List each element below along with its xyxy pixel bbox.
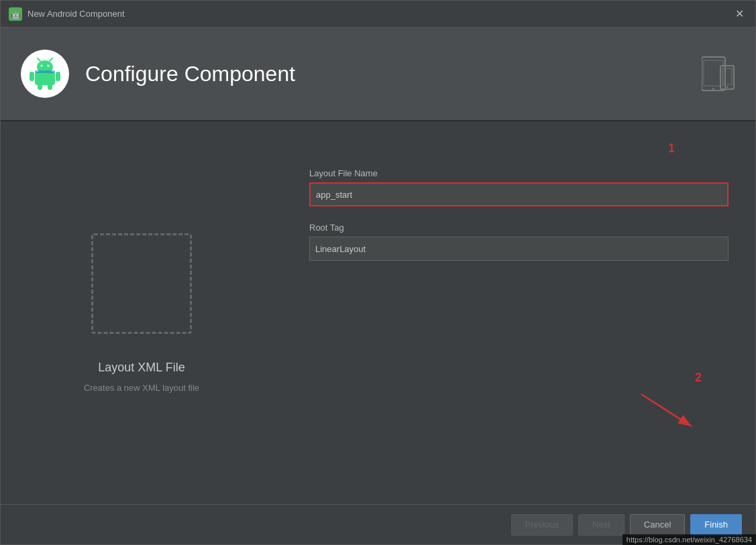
content: Layout XML File Creates a new XML layout…	[1, 121, 755, 504]
svg-line-7	[50, 58, 52, 61]
device-icons	[702, 54, 735, 94]
annotation-2: 2	[635, 371, 702, 385]
layout-file-name-label: Layout File Name	[309, 168, 728, 178]
android-studio-icon: 🤖	[9, 7, 22, 21]
svg-point-15	[712, 88, 715, 90]
annotation-1: 1	[668, 141, 675, 156]
svg-point-5	[48, 65, 50, 67]
svg-point-18	[726, 86, 728, 88]
previous-button[interactable]: Previous	[511, 514, 574, 536]
preview-description: Creates a new XML layout file	[84, 383, 199, 393]
left-panel: Layout XML File Creates a new XML layout…	[1, 121, 282, 504]
cancel-button[interactable]: Cancel	[630, 514, 685, 536]
android-logo	[21, 50, 69, 98]
root-tag-group: Root Tag	[309, 223, 728, 261]
svg-line-20	[641, 394, 692, 426]
title-bar: 🤖 New Android Component ✕	[1, 1, 755, 27]
close-button[interactable]: ✕	[731, 6, 747, 22]
root-tag-label: Root Tag	[309, 223, 728, 233]
svg-rect-12	[35, 70, 55, 73]
root-tag-input[interactable]	[309, 237, 728, 261]
svg-rect-9	[56, 72, 60, 81]
svg-rect-17	[722, 68, 732, 84]
preview-label: Layout XML File	[98, 361, 184, 375]
preview-box	[91, 233, 192, 334]
svg-point-4	[41, 65, 43, 67]
finish-button[interactable]: Finish	[690, 514, 742, 536]
right-panel: 1 Layout File Name Root Tag 2	[282, 121, 755, 504]
arrow-annotation	[635, 387, 702, 434]
url-bar: https://blog.csdn.net/weixin_42768634	[623, 534, 756, 545]
svg-rect-11	[48, 84, 52, 90]
svg-line-6	[38, 58, 40, 61]
window: 🤖 New Android Component ✕	[0, 0, 756, 545]
layout-file-name-input[interactable]	[309, 182, 728, 206]
layout-file-name-group: Layout File Name	[309, 168, 728, 206]
svg-text:🤖: 🤖	[11, 9, 21, 19]
svg-rect-10	[38, 84, 42, 90]
next-button[interactable]: Next	[578, 514, 625, 536]
svg-rect-8	[30, 72, 34, 81]
header: Configure Component	[1, 27, 755, 121]
annotation-2-container: 2	[635, 371, 702, 437]
header-title: Configure Component	[85, 62, 295, 86]
title-bar-text: New Android Component	[28, 9, 125, 19]
